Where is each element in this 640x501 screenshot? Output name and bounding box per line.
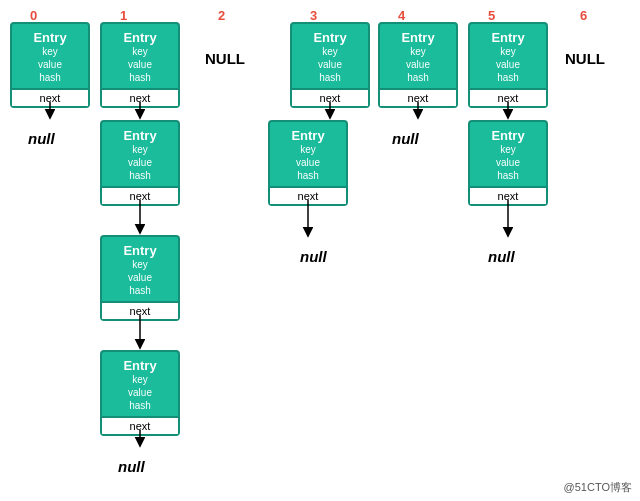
null-2: NULL	[205, 50, 245, 67]
null-chain-0: null	[28, 130, 55, 147]
entry-1-chain1: Entry key value hash next	[100, 120, 180, 206]
index-0: 0	[30, 8, 37, 23]
entry-1: Entry key value hash next	[100, 22, 180, 108]
diagram: 0 1 2 3 4 5 6 Entry key value hash next …	[0, 0, 640, 501]
null-chain-4: null	[392, 130, 419, 147]
null-final: null	[118, 458, 145, 475]
index-2: 2	[218, 8, 225, 23]
index-1: 1	[120, 8, 127, 23]
entry-5-chain1: Entry key value hash next	[468, 120, 548, 206]
null-6: NULL	[565, 50, 605, 67]
null-chain-5-1: null	[488, 248, 515, 265]
index-3: 3	[310, 8, 317, 23]
entry-4: Entry key value hash next	[378, 22, 458, 108]
entry-5: Entry key value hash next	[468, 22, 548, 108]
entry-0: Entry key value hash next	[10, 22, 90, 108]
index-6: 6	[580, 8, 587, 23]
index-5: 5	[488, 8, 495, 23]
watermark: @51CTO博客	[564, 480, 632, 495]
index-4: 4	[398, 8, 405, 23]
entry-1-chain3: Entry key value hash next	[100, 350, 180, 436]
null-chain-3-1: null	[300, 248, 327, 265]
entry-1-chain2: Entry key value hash next	[100, 235, 180, 321]
entry-3-chain1: Entry key value hash next	[268, 120, 348, 206]
entry-3: Entry key value hash next	[290, 22, 370, 108]
